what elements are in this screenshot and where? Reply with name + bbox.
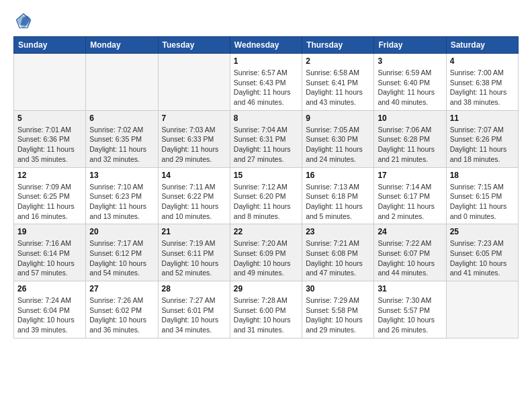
calendar-cell-w1d6: 3Sunrise: 6:59 AM Sunset: 6:40 PM Daylig… [374, 54, 446, 111]
day-info: Sunrise: 7:02 AM Sunset: 6:35 PM Dayligh… [89, 125, 154, 165]
day-number: 14 [162, 171, 226, 180]
calendar-cell-w3d4: 15Sunrise: 7:12 AM Sunset: 6:20 PM Dayli… [230, 167, 302, 224]
day-number: 19 [17, 227, 82, 236]
day-number: 24 [378, 227, 442, 236]
day-number: 1 [234, 56, 298, 66]
day-number: 9 [306, 113, 370, 123]
day-info: Sunrise: 7:11 AM Sunset: 6:22 PM Dayligh… [162, 182, 226, 222]
day-info: Sunrise: 7:27 AM Sunset: 6:01 PM Dayligh… [162, 295, 226, 335]
day-info: Sunrise: 6:59 AM Sunset: 6:40 PM Dayligh… [378, 68, 442, 107]
calendar-cell-w2d7: 11Sunrise: 7:07 AM Sunset: 6:26 PM Dayli… [446, 110, 518, 167]
day-info: Sunrise: 7:23 AM Sunset: 6:05 PM Dayligh… [450, 238, 515, 278]
calendar-cell-w3d3: 14Sunrise: 7:11 AM Sunset: 6:22 PM Dayli… [158, 167, 230, 224]
day-number: 28 [162, 284, 226, 293]
calendar-cell-w1d7: 4Sunrise: 7:00 AM Sunset: 6:38 PM Daylig… [446, 54, 518, 111]
day-info: Sunrise: 7:00 AM Sunset: 6:38 PM Dayligh… [450, 68, 515, 107]
day-info: Sunrise: 7:15 AM Sunset: 6:15 PM Dayligh… [450, 182, 515, 222]
calendar-week-2: 5Sunrise: 7:01 AM Sunset: 6:36 PM Daylig… [14, 110, 519, 167]
calendar-cell-w2d2: 6Sunrise: 7:02 AM Sunset: 6:35 PM Daylig… [86, 110, 158, 167]
calendar-cell-w5d3: 28Sunrise: 7:27 AM Sunset: 6:01 PM Dayli… [158, 281, 230, 338]
day-info: Sunrise: 7:04 AM Sunset: 6:31 PM Dayligh… [234, 125, 298, 165]
calendar-header-tuesday: Tuesday [158, 37, 230, 54]
calendar-week-3: 12Sunrise: 7:09 AM Sunset: 6:25 PM Dayli… [14, 167, 519, 224]
day-number: 12 [17, 171, 82, 180]
day-info: Sunrise: 7:17 AM Sunset: 6:12 PM Dayligh… [89, 238, 154, 278]
day-number: 23 [306, 227, 370, 236]
day-number: 11 [450, 113, 515, 123]
day-number: 13 [89, 171, 154, 180]
day-number: 4 [450, 56, 515, 66]
header [13, 11, 519, 31]
day-info: Sunrise: 6:57 AM Sunset: 6:43 PM Dayligh… [234, 68, 298, 107]
calendar-cell-w3d7: 18Sunrise: 7:15 AM Sunset: 6:15 PM Dayli… [446, 167, 518, 224]
logo-icon [13, 11, 34, 31]
day-number: 27 [89, 284, 154, 293]
day-info: Sunrise: 7:13 AM Sunset: 6:18 PM Dayligh… [306, 182, 370, 222]
calendar-cell-w3d2: 13Sunrise: 7:10 AM Sunset: 6:23 PM Dayli… [86, 167, 158, 224]
day-number: 16 [306, 171, 370, 180]
calendar-cell-w4d1: 19Sunrise: 7:16 AM Sunset: 6:14 PM Dayli… [14, 224, 86, 281]
day-info: Sunrise: 7:12 AM Sunset: 6:20 PM Dayligh… [234, 182, 298, 222]
calendar-cell-w4d4: 22Sunrise: 7:20 AM Sunset: 6:09 PM Dayli… [230, 224, 302, 281]
calendar-cell-w3d5: 16Sunrise: 7:13 AM Sunset: 6:18 PM Dayli… [302, 167, 374, 224]
day-number: 2 [306, 56, 370, 66]
day-info: Sunrise: 7:26 AM Sunset: 6:02 PM Dayligh… [89, 295, 154, 335]
day-number: 29 [234, 284, 298, 293]
day-info: Sunrise: 6:58 AM Sunset: 6:41 PM Dayligh… [306, 68, 370, 107]
calendar-cell-w1d4: 1Sunrise: 6:57 AM Sunset: 6:43 PM Daylig… [230, 54, 302, 111]
calendar-cell-w4d2: 20Sunrise: 7:17 AM Sunset: 6:12 PM Dayli… [86, 224, 158, 281]
calendar-cell-w4d3: 21Sunrise: 7:19 AM Sunset: 6:11 PM Dayli… [158, 224, 230, 281]
calendar-cell-w1d2 [86, 54, 158, 111]
day-number: 30 [306, 284, 370, 293]
day-number: 5 [17, 113, 82, 123]
day-number: 6 [89, 113, 154, 123]
day-info: Sunrise: 7:30 AM Sunset: 5:57 PM Dayligh… [378, 295, 442, 335]
day-info: Sunrise: 7:20 AM Sunset: 6:09 PM Dayligh… [234, 238, 298, 278]
day-number: 25 [450, 227, 515, 236]
calendar-cell-w5d6: 31Sunrise: 7:30 AM Sunset: 5:57 PM Dayli… [374, 281, 446, 338]
calendar-table: SundayMondayTuesdayWednesdayThursdayFrid… [13, 36, 519, 338]
calendar-cell-w1d3 [158, 54, 230, 111]
day-info: Sunrise: 7:16 AM Sunset: 6:14 PM Dayligh… [17, 238, 82, 278]
calendar-cell-w4d5: 23Sunrise: 7:21 AM Sunset: 6:08 PM Dayli… [302, 224, 374, 281]
calendar-cell-w4d6: 24Sunrise: 7:22 AM Sunset: 6:07 PM Dayli… [374, 224, 446, 281]
day-info: Sunrise: 7:28 AM Sunset: 6:00 PM Dayligh… [234, 295, 298, 335]
day-number: 17 [378, 171, 442, 180]
day-info: Sunrise: 7:29 AM Sunset: 5:58 PM Dayligh… [306, 295, 370, 335]
day-number: 18 [450, 171, 515, 180]
day-info: Sunrise: 7:10 AM Sunset: 6:23 PM Dayligh… [89, 182, 154, 222]
day-number: 10 [378, 113, 442, 123]
calendar-cell-w5d5: 30Sunrise: 7:29 AM Sunset: 5:58 PM Dayli… [302, 281, 374, 338]
calendar-header-wednesday: Wednesday [230, 37, 302, 54]
day-info: Sunrise: 7:19 AM Sunset: 6:11 PM Dayligh… [162, 238, 226, 278]
day-info: Sunrise: 7:06 AM Sunset: 6:28 PM Dayligh… [378, 125, 442, 165]
calendar-cell-w3d6: 17Sunrise: 7:14 AM Sunset: 6:17 PM Dayli… [374, 167, 446, 224]
calendar-header-sunday: Sunday [14, 37, 86, 54]
calendar-header-thursday: Thursday [302, 37, 374, 54]
day-number: 15 [234, 171, 298, 180]
day-number: 21 [162, 227, 226, 236]
day-number: 3 [378, 56, 442, 66]
day-number: 20 [89, 227, 154, 236]
day-info: Sunrise: 7:22 AM Sunset: 6:07 PM Dayligh… [378, 238, 442, 278]
calendar-cell-w2d1: 5Sunrise: 7:01 AM Sunset: 6:36 PM Daylig… [14, 110, 86, 167]
calendar-cell-w3d1: 12Sunrise: 7:09 AM Sunset: 6:25 PM Dayli… [14, 167, 86, 224]
day-number: 22 [234, 227, 298, 236]
calendar-header-friday: Friday [374, 37, 446, 54]
calendar-header-row: SundayMondayTuesdayWednesdayThursdayFrid… [14, 37, 519, 54]
day-number: 26 [17, 284, 82, 293]
calendar-cell-w2d6: 10Sunrise: 7:06 AM Sunset: 6:28 PM Dayli… [374, 110, 446, 167]
calendar-cell-w1d1 [14, 54, 86, 111]
day-info: Sunrise: 7:05 AM Sunset: 6:30 PM Dayligh… [306, 125, 370, 165]
calendar-header-monday: Monday [86, 37, 158, 54]
day-info: Sunrise: 7:21 AM Sunset: 6:08 PM Dayligh… [306, 238, 370, 278]
logo [13, 11, 38, 31]
calendar-cell-w1d5: 2Sunrise: 6:58 AM Sunset: 6:41 PM Daylig… [302, 54, 374, 111]
day-info: Sunrise: 7:24 AM Sunset: 6:04 PM Dayligh… [17, 295, 82, 335]
calendar-cell-w4d7: 25Sunrise: 7:23 AM Sunset: 6:05 PM Dayli… [446, 224, 518, 281]
day-info: Sunrise: 7:03 AM Sunset: 6:33 PM Dayligh… [162, 125, 226, 165]
day-info: Sunrise: 7:14 AM Sunset: 6:17 PM Dayligh… [378, 182, 442, 222]
calendar-week-1: 1Sunrise: 6:57 AM Sunset: 6:43 PM Daylig… [14, 54, 519, 111]
calendar-cell-w2d5: 9Sunrise: 7:05 AM Sunset: 6:30 PM Daylig… [302, 110, 374, 167]
calendar-cell-w5d4: 29Sunrise: 7:28 AM Sunset: 6:00 PM Dayli… [230, 281, 302, 338]
